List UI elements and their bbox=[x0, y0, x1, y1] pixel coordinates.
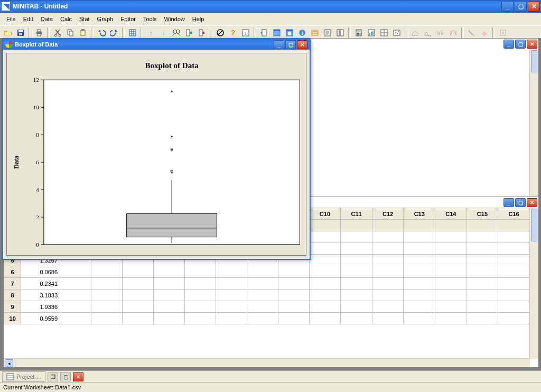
project-manager-button[interactable]: Project … bbox=[2, 371, 45, 382]
menu-calc[interactable]: Calc bbox=[57, 15, 75, 23]
project-manager-label: Project … bbox=[16, 374, 42, 380]
run-last-icon[interactable] bbox=[258, 27, 270, 39]
svg-point-42 bbox=[360, 34, 361, 35]
menu-tools[interactable]: Tools bbox=[140, 15, 160, 23]
save-icon[interactable] bbox=[15, 27, 26, 39]
open-icon[interactable] bbox=[2, 27, 14, 39]
worksheet-minimize-button[interactable]: _ bbox=[503, 198, 514, 207]
session-icon[interactable] bbox=[271, 27, 283, 39]
next-icon[interactable]: ↓ bbox=[158, 27, 170, 39]
redo-icon[interactable] bbox=[108, 27, 120, 39]
worksheet-maximize-button[interactable]: ▢ bbox=[515, 198, 526, 207]
help-icon[interactable]: ? bbox=[227, 27, 239, 39]
svg-text:8: 8 bbox=[36, 132, 39, 138]
boxplot-window[interactable]: Boxplot of Data _ ▢ ✕ Boxplot of DataDat… bbox=[2, 38, 311, 260]
menu-window[interactable]: Window bbox=[161, 15, 188, 23]
svg-text:*: * bbox=[170, 133, 174, 141]
project-manager-icon[interactable] bbox=[334, 27, 346, 39]
menu-graph[interactable]: Graph bbox=[94, 15, 117, 23]
reportpad-icon[interactable] bbox=[322, 27, 333, 39]
svg-point-49 bbox=[395, 32, 396, 33]
copy-icon[interactable] bbox=[64, 27, 76, 39]
calc-icon[interactable] bbox=[353, 27, 365, 39]
menu-edit[interactable]: Edit bbox=[20, 15, 36, 23]
print-icon[interactable] bbox=[33, 27, 45, 39]
project-maximize-button[interactable]: ▢ bbox=[60, 372, 71, 381]
svg-point-37 bbox=[357, 33, 358, 34]
boxplot-title-bar[interactable]: Boxplot of Data _ ▢ ✕ bbox=[3, 39, 310, 50]
undo-icon[interactable] bbox=[96, 27, 107, 39]
graph-window-icon[interactable] bbox=[366, 27, 377, 39]
delete-icon[interactable] bbox=[196, 27, 208, 39]
session-minimize-button[interactable]: _ bbox=[503, 40, 514, 49]
svg-rect-17 bbox=[190, 32, 192, 34]
svg-point-50 bbox=[397, 33, 398, 34]
spec-icon[interactable] bbox=[435, 27, 446, 39]
svg-rect-16 bbox=[186, 30, 190, 36]
project-close-button[interactable]: ✕ bbox=[73, 372, 83, 381]
svg-text:*: * bbox=[170, 146, 174, 154]
norm-icon[interactable] bbox=[422, 27, 434, 39]
cut-icon[interactable] bbox=[52, 27, 63, 39]
session-close-button[interactable]: ✕ bbox=[527, 40, 537, 49]
worksheet-icon[interactable] bbox=[127, 27, 138, 39]
svg-rect-12 bbox=[81, 29, 85, 31]
dist-icon[interactable] bbox=[409, 27, 421, 39]
project-taskbar: Project … ❐ ▢ ✕ bbox=[0, 370, 541, 382]
close-button[interactable]: ✕ bbox=[528, 1, 540, 12]
insert-icon[interactable] bbox=[183, 27, 195, 39]
info-window-icon[interactable]: i bbox=[296, 27, 308, 39]
svg-rect-28 bbox=[288, 32, 291, 35]
app-window: MINITAB - Untitled _ ▢ ✕ File Edit Data … bbox=[0, 0, 541, 392]
svg-rect-31 bbox=[312, 30, 318, 35]
maximize-button[interactable]: ▢ bbox=[515, 1, 527, 12]
paint-icon[interactable] bbox=[466, 27, 478, 39]
menu-data[interactable]: Data bbox=[38, 15, 56, 23]
menu-editor[interactable]: Editor bbox=[117, 15, 139, 23]
svg-rect-46 bbox=[372, 31, 374, 35]
boxplot-close-button[interactable]: ✕ bbox=[297, 40, 307, 49]
session-maximize-button[interactable]: ▢ bbox=[515, 40, 526, 49]
svg-rect-4 bbox=[38, 30, 41, 32]
svg-text:i: i bbox=[245, 30, 246, 36]
svg-rect-34 bbox=[340, 30, 343, 36]
project-restore-button[interactable]: ❐ bbox=[48, 372, 58, 381]
svg-point-51 bbox=[398, 31, 399, 32]
worksheet-vertical-scrollbar[interactable] bbox=[529, 208, 538, 359]
title-bar[interactable]: MINITAB - Untitled _ ▢ ✕ bbox=[0, 0, 541, 13]
svg-rect-45 bbox=[371, 32, 372, 35]
svg-text:Boxplot of Data: Boxplot of Data bbox=[145, 61, 199, 70]
svg-rect-36 bbox=[357, 30, 361, 32]
svg-rect-13 bbox=[129, 30, 136, 36]
brush-icon[interactable] bbox=[391, 27, 403, 39]
session-vertical-scrollbar[interactable] bbox=[529, 49, 538, 202]
mdi-workspace: _ ▢ ✕ ▸ _ ▢ ✕ C10C11C12C13C14C15C16340.3… bbox=[0, 38, 541, 371]
add-icon[interactable] bbox=[497, 27, 509, 39]
prev-icon[interactable]: ↑ bbox=[145, 27, 157, 39]
menu-help[interactable]: Help bbox=[189, 15, 208, 23]
eraser-icon[interactable] bbox=[479, 27, 490, 39]
paste-icon[interactable] bbox=[77, 27, 89, 39]
worksheet-horizontal-scrollbar[interactable]: ◂ bbox=[4, 358, 530, 367]
boxplot-canvas[interactable]: Boxplot of DataData024681012****** bbox=[6, 53, 306, 256]
data-window-icon[interactable] bbox=[284, 27, 295, 39]
boxplot-minimize-button[interactable]: _ bbox=[274, 40, 284, 49]
cancel-icon[interactable] bbox=[214, 27, 226, 39]
boxplot-maximize-button[interactable]: ▢ bbox=[285, 40, 296, 49]
window-title: MINITAB - Untitled bbox=[13, 3, 68, 10]
history-icon[interactable] bbox=[309, 27, 321, 39]
worksheet-close-button[interactable]: ✕ bbox=[527, 198, 537, 207]
svg-rect-9 bbox=[69, 31, 73, 36]
svg-text:6: 6 bbox=[36, 159, 39, 165]
find-icon[interactable] bbox=[171, 27, 182, 39]
menu-stat[interactable]: Stat bbox=[76, 15, 93, 23]
minimize-button[interactable]: _ bbox=[501, 1, 514, 12]
svg-rect-32 bbox=[325, 30, 330, 36]
menu-file[interactable]: File bbox=[3, 15, 19, 23]
svg-rect-44 bbox=[369, 33, 370, 35]
svg-rect-11 bbox=[81, 31, 85, 35]
info-icon[interactable]: i bbox=[240, 27, 251, 39]
cap-icon[interactable] bbox=[447, 27, 459, 39]
layout-icon[interactable] bbox=[378, 27, 390, 39]
svg-point-38 bbox=[358, 33, 359, 34]
